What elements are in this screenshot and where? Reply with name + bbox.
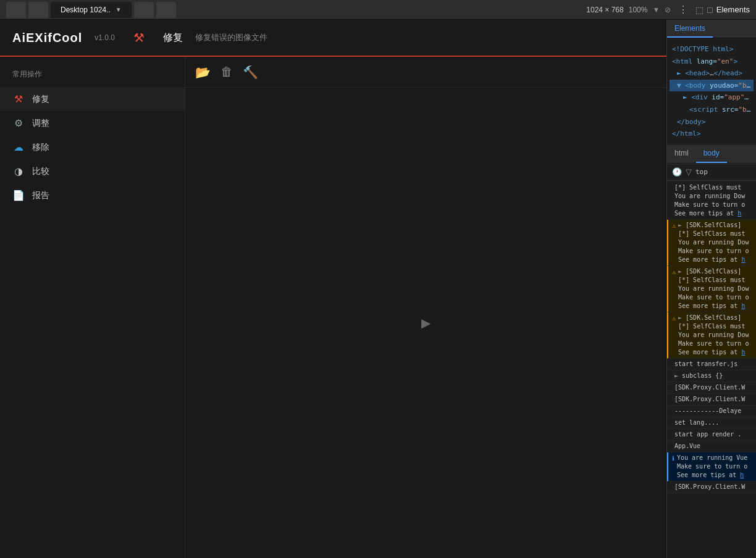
- dom-line-doctype: <!DOCTYPE html>: [670, 43, 754, 56]
- browser-tab-inactive3[interactable]: [134, 2, 154, 18]
- console-top-label: top: [695, 168, 708, 176]
- msg-icon-2: ⚠: [672, 268, 676, 310]
- devtools-sub-tab-bar: html body: [667, 145, 756, 164]
- app-logo: AiEXifCool: [12, 31, 82, 45]
- dom-line-body[interactable]: ▼ <body youdao="bind: [670, 80, 754, 92]
- msg-text-11: App.Vue: [674, 442, 700, 451]
- dom-tree: <!DOCTYPE html> <html lang="en"> ► <head…: [667, 38, 756, 145]
- content-area: 📂 🗑 🔨 ▶: [185, 57, 666, 558]
- msg-text-7: [SDK.Proxy.Client.W: [674, 395, 745, 404]
- msg-text-4: start transfer.js: [674, 360, 737, 369]
- console-msg-7: [SDK.Proxy.Client.W: [667, 394, 756, 406]
- dom-line-html-close: </html>: [670, 128, 754, 140]
- devtools-panel: Elements <!DOCTYPE html> <html lang="en"…: [667, 20, 756, 558]
- console-msg-5: ► subclass {}: [667, 370, 756, 382]
- msg-text-9: set lang....: [674, 418, 719, 427]
- app-panel: AiEXifCool v1.0.0 ⚒ 修复 修复错误的图像文件 常用操作 ⚒ …: [0, 20, 667, 558]
- sidebar-item-remove[interactable]: ☁ 移除: [0, 135, 185, 159]
- remove-icon: ☁: [12, 141, 25, 153]
- cursor-indicator: ▶: [421, 315, 430, 330]
- console-msg-13: [SDK.Proxy.Client.W: [667, 481, 756, 493]
- sidebar-item-repair[interactable]: ⚒ 修复: [0, 87, 185, 111]
- msg-text-13: [SDK.Proxy.Client.W: [674, 483, 745, 491]
- devtools-panel-label: Elements: [716, 5, 750, 14]
- console-clock-icon[interactable]: 🕐: [672, 167, 682, 177]
- msg-text-2: ► [SDK.SelfClass][*] SelfClass mustYou a…: [678, 267, 749, 310]
- console-filter-icon[interactable]: ▽: [686, 167, 692, 177]
- delete-button[interactable]: 🗑: [220, 65, 233, 79]
- elements-tab-label: Elements: [674, 24, 705, 33]
- repair-icon: ⚒: [12, 93, 25, 105]
- console-msg-8: ------------Delaye: [667, 406, 756, 417]
- app-header: AiEXifCool v1.0.0 ⚒ 修复 修复错误的图像文件: [0, 20, 666, 57]
- browser-tab-inactive2[interactable]: [28, 2, 48, 18]
- msg-text-10: start app render .: [674, 430, 741, 439]
- msg-icon-1: ⚠: [672, 222, 676, 264]
- devtools-tab-bar: Elements: [667, 20, 756, 38]
- browser-bar: Desktop 1024.. ▼ 1024 × 768 100% ▼ ⊘ ⋮ ⬚…: [0, 0, 756, 20]
- zoom-level: 100%: [629, 6, 648, 14]
- console-area: 🕐 ▽ top [*] SelfClass mustYou are runnin…: [667, 164, 756, 558]
- devtools-icons: ⬚ □ Elements: [695, 5, 750, 15]
- app-body: 常用操作 ⚒ 修复 ⚙ 调整 ☁ 移除 ◑ 比较 📄: [0, 57, 666, 558]
- msg-text-5: ► subclass {}: [674, 372, 723, 380]
- no-entry-icon: ⊘: [665, 6, 671, 14]
- console-msg-12: ℹ You are running VueMake sure to turn o…: [667, 452, 756, 481]
- html-subtab-label: html: [674, 149, 689, 157]
- app-version: v1.0.0: [94, 33, 115, 42]
- console-msg-6: [SDK.Proxy.Client.W: [667, 382, 756, 394]
- sidebar-item-repair-label: 修复: [32, 94, 49, 105]
- dom-line-html: <html lang="en">: [670, 56, 754, 68]
- msg-text-8: ------------Delaye: [674, 407, 741, 415]
- console-msg-2: ⚠ ► [SDK.SelfClass][*] SelfClass mustYou…: [667, 266, 756, 312]
- console-msg-1: ⚠ ► [SDK.SelfClass][*] SelfClass mustYou…: [667, 220, 756, 266]
- body-subtab-label: body: [704, 149, 720, 157]
- tab-label: Desktop 1024..: [61, 6, 111, 14]
- msg-icon-12: ℹ: [672, 454, 674, 480]
- repair-button[interactable]: 🔨: [243, 65, 258, 80]
- header-repair-icon: ⚒: [133, 30, 145, 45]
- dom-line-script[interactable]: <script src="bun: [670, 104, 754, 116]
- resolution-text: 1024 × 768: [586, 6, 623, 14]
- sidebar: 常用操作 ⚒ 修复 ⚙ 调整 ☁ 移除 ◑ 比较 📄: [0, 57, 185, 558]
- browser-tab-inactive4[interactable]: [156, 2, 176, 18]
- browser-tabs: Desktop 1024.. ▼: [6, 2, 582, 18]
- open-folder-button[interactable]: 📂: [195, 65, 211, 80]
- dom-line-div-app[interactable]: ► <div id="app" cl: [670, 91, 754, 104]
- header-title: 修复: [163, 31, 183, 44]
- console-msg-0: [*] SelfClass mustYou are running DowMak…: [667, 182, 756, 220]
- browser-tab-inactive1[interactable]: [6, 2, 26, 18]
- sidebar-item-compare[interactable]: ◑ 比较: [0, 159, 185, 183]
- sidebar-item-adjust[interactable]: ⚙ 调整: [0, 111, 185, 135]
- content-toolbar: 📂 🗑 🔨: [185, 57, 666, 88]
- content-main: ▶: [185, 88, 666, 558]
- console-msg-3: ⚠ ► [SDK.SelfClass][*] SelfClass mustYou…: [667, 312, 756, 359]
- header-subtitle: 修复错误的图像文件: [195, 32, 267, 43]
- sidebar-item-remove-label: 移除: [32, 142, 49, 153]
- browser-tab-active[interactable]: Desktop 1024.. ▼: [51, 2, 132, 18]
- sidebar-item-adjust-label: 调整: [32, 118, 49, 129]
- adjust-icon: ⚙: [12, 117, 25, 129]
- browser-menu-button[interactable]: ⋮: [674, 4, 692, 15]
- console-msg-10: start app render .: [667, 429, 756, 441]
- dom-line-head[interactable]: ► <head>…</head>: [670, 67, 754, 80]
- devtools-subtab-html[interactable]: html: [667, 145, 696, 163]
- sidebar-item-compare-label: 比较: [32, 166, 49, 177]
- sidebar-item-report-label: 报告: [32, 190, 49, 201]
- msg-text-0: [*] SelfClass mustYou are running DowMak…: [674, 183, 745, 218]
- sidebar-section-title: 常用操作: [0, 69, 185, 87]
- console-toolbar: 🕐 ▽ top: [667, 164, 756, 181]
- main-container: AiEXifCool v1.0.0 ⚒ 修复 修复错误的图像文件 常用操作 ⚒ …: [0, 20, 756, 558]
- devtools-subtab-body[interactable]: body: [696, 145, 727, 163]
- devtools-cursor-icon[interactable]: ⬚: [695, 5, 704, 15]
- devtools-phone-icon[interactable]: □: [707, 5, 712, 15]
- browser-address: 1024 × 768 100% ▼ ⊘: [586, 6, 671, 14]
- report-icon: 📄: [12, 189, 25, 201]
- compare-icon: ◑: [12, 165, 25, 177]
- sidebar-item-report[interactable]: 📄 报告: [0, 183, 185, 207]
- dom-line-body-close: </body>: [670, 116, 754, 128]
- msg-text-6: [SDK.Proxy.Client.W: [674, 383, 745, 392]
- console-msg-11: App.Vue: [667, 441, 756, 452]
- console-messages[interactable]: [*] SelfClass mustYou are running DowMak…: [667, 181, 756, 558]
- devtools-tab-elements[interactable]: Elements: [667, 20, 713, 38]
